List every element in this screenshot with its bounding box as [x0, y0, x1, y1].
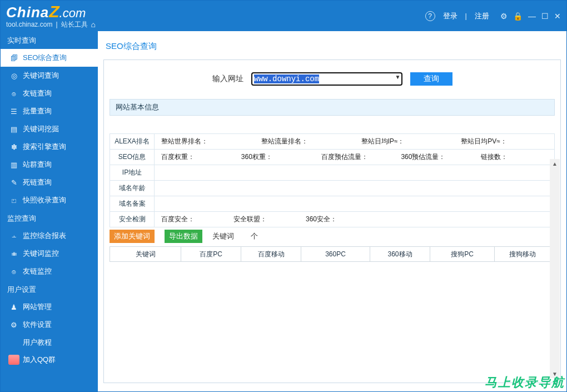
sidebar-item-label: 死链查询 — [23, 177, 52, 187]
sidebar-group-monitor: 监控查询 — [1, 209, 98, 227]
bars-icon: ▥ — [9, 161, 18, 169]
cell: 安全联盟： — [227, 212, 299, 227]
add-keyword-button[interactable]: 添加关键词 — [110, 230, 155, 243]
brand-logo: China Z .com — [6, 2, 96, 21]
keyword-label: 关键词 — [212, 231, 234, 241]
app-window: China Z .com tool.chinaz.com | 站长工具 ⌂ ? … — [0, 0, 567, 392]
brand-sub-title: 站长工具 — [61, 21, 88, 28]
vertical-scrollbar[interactable]: ▲ ▼ — [550, 159, 560, 378]
chevron-down-icon[interactable]: ▼ — [395, 74, 401, 80]
sidebar-item-label: 监控综合报表 — [23, 231, 66, 241]
target-icon: ◎ — [9, 72, 18, 80]
url-combo[interactable]: ▼ — [251, 72, 402, 86]
cell: 360安全： — [299, 212, 554, 227]
close-button[interactable]: ✕ — [554, 12, 561, 21]
col-360-pc: 360PC — [301, 247, 370, 261]
sidebar-group-user: 用户设置 — [1, 280, 98, 298]
sidebar-group-realtime: 实时查询 — [1, 31, 98, 49]
sidebar-item-label: 关键词挖掘 — [23, 124, 59, 134]
watermark-overlay: 马上收录导航 — [485, 374, 565, 391]
maximize-button[interactable]: ☐ — [541, 12, 549, 21]
cell-empty — [155, 196, 554, 211]
pulse-icon: ⩨ — [9, 250, 18, 258]
sidebar-item-label: 关键词查询 — [23, 71, 59, 81]
url-label: 输入网址 — [212, 74, 243, 84]
col-sogou-mobile: 搜狗移动 — [495, 247, 550, 261]
sidebar-item-friend-link[interactable]: ⌾友链查询 — [1, 85, 98, 102]
sidebar-item-label: 关键词监控 — [23, 249, 59, 259]
section-basic-info: 网站基本信息 — [110, 99, 555, 116]
link-icon: ⌾ — [9, 90, 18, 98]
export-data-button[interactable]: 导出数据 — [165, 230, 202, 243]
sidebar-item-qq[interactable]: 加入QQ群 — [1, 351, 98, 368]
cell: 百度安全： — [155, 212, 227, 227]
cell-empty — [155, 165, 554, 180]
row-label-seo: SEO信息 — [110, 150, 155, 165]
sidebar-item-keyword-dig[interactable]: ▤关键词挖掘 — [1, 120, 98, 138]
login-link[interactable]: 登录 — [443, 11, 457, 21]
sidebar-item-site-group[interactable]: ▥站群查询 — [1, 156, 98, 173]
cell: 链接数： — [474, 150, 554, 165]
query-button[interactable]: 查询 — [410, 72, 452, 86]
sidebar-item-label: 友链监控 — [23, 266, 52, 276]
chart-line-icon: ⫠ — [9, 232, 18, 240]
camera-icon: ⏍ — [9, 196, 18, 205]
qq-icon — [8, 355, 19, 365]
sidebar-item-monitor-report[interactable]: ⫠监控综合报表 — [1, 227, 98, 245]
col-360-mobile: 360移动 — [370, 247, 430, 261]
cell: 百度权重： — [155, 150, 235, 165]
sidebar-item-label: SEO综合查询 — [23, 53, 67, 63]
help-icon[interactable]: ? — [425, 11, 435, 21]
search-doc-icon: 🗐 — [9, 54, 18, 62]
brand-text-z: Z — [49, 2, 59, 21]
action-row: 添加关键词 导出数据 关键词 个 — [110, 230, 555, 243]
register-link[interactable]: 注册 — [475, 11, 489, 21]
title-right: ? 登录 | 注册 ⚙ 🔒 — ☐ ✕ — [425, 11, 561, 21]
brand-text-com: .com — [59, 7, 86, 20]
cell: 百度预估流量： — [315, 150, 395, 165]
sidebar-item-batch[interactable]: ☰批量查询 — [1, 102, 98, 120]
sidebar-item-search-engine[interactable]: ✽搜索引擎查询 — [1, 138, 98, 156]
brand-text-china: China — [6, 4, 49, 21]
list-icon: ☰ — [9, 107, 18, 116]
brand-block: China Z .com tool.chinaz.com | 站长工具 ⌂ — [6, 2, 96, 29]
row-label-alexa: ALEXA排名 — [110, 134, 155, 149]
home-icon[interactable]: ⌂ — [91, 21, 96, 29]
col-baidu-mobile: 百度移动 — [241, 247, 301, 261]
sidebar-item-label: 软件设置 — [23, 320, 52, 330]
minimize-button[interactable]: — — [528, 12, 536, 21]
sidebar-item-label: 批量查询 — [23, 106, 52, 116]
url-input[interactable] — [251, 72, 402, 86]
sidebar-item-site-manage[interactable]: ♟网站管理 — [1, 298, 98, 316]
scroll-up-button[interactable]: ▲ — [550, 159, 560, 168]
row-label-age: 域名年龄 — [110, 181, 155, 196]
sidebar-item-tutorial[interactable]: 用户教程 — [1, 334, 98, 351]
user-icon: ♟ — [9, 303, 18, 311]
keyword-suffix: 个 — [251, 231, 258, 241]
sidebar-item-soft-settings[interactable]: ⚙软件设置 — [1, 316, 98, 334]
doc-icon: ▤ — [9, 125, 18, 133]
sidebar-item-label: 用户教程 — [23, 338, 52, 348]
sidebar-item-keyword-query[interactable]: ◎关键词查询 — [1, 67, 98, 85]
result-panel: 输入网址 ▼ 查询 网站基本信息 ALEXA排名 整站世界排名： 整站流量排名： — [103, 59, 561, 383]
sidebar-item-label: 网站管理 — [23, 302, 52, 312]
page-title: SEO综合查询 — [98, 31, 566, 59]
sidebar-item-keyword-monitor[interactable]: ⩨关键词监控 — [1, 245, 98, 262]
edit-icon: ✎ — [9, 178, 18, 187]
col-sogou-pc: 搜狗PC — [430, 247, 495, 261]
sidebar-item-snapshot[interactable]: ⏍快照收录查询 — [1, 191, 98, 209]
sidebar-item-label: 加入QQ群 — [23, 355, 56, 365]
keyword-table-header: 关键词 百度PC 百度移动 360PC 360移动 搜狗PC 搜狗移动 — [110, 246, 555, 262]
sidebar-item-friend-monitor[interactable]: ⌾友链监控 — [1, 262, 98, 280]
paw-icon: ✽ — [9, 143, 18, 151]
cell: 整站流量排名： — [255, 134, 355, 149]
gear-icon[interactable]: ⚙ — [500, 12, 508, 21]
body-area: 实时查询 🗐SEO综合查询 ◎关键词查询 ⌾友链查询 ☰批量查询 ▤关键词挖掘 … — [1, 31, 566, 391]
cell: 整站日均PV≈： — [454, 134, 554, 149]
sidebar-item-seo[interactable]: 🗐SEO综合查询 — [1, 49, 98, 67]
sidebar-item-label: 友链查询 — [23, 88, 52, 98]
lock-icon[interactable]: 🔒 — [513, 12, 523, 21]
cell-empty — [155, 181, 554, 196]
sidebar-item-dead-link[interactable]: ✎死链查询 — [1, 173, 98, 191]
brand-sub-domain: tool.chinaz.com — [6, 21, 52, 28]
